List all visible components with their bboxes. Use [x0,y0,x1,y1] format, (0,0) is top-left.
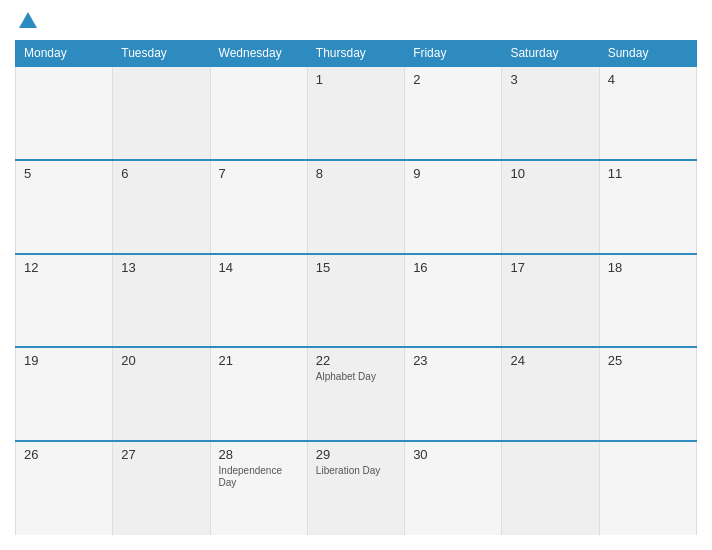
weekday-header-row: MondayTuesdayWednesdayThursdayFridaySatu… [16,41,697,67]
calendar-cell: 12 [16,254,113,348]
logo [15,10,39,32]
day-number: 2 [413,72,493,87]
day-number: 26 [24,447,104,462]
week-row-2: 567891011 [16,160,697,254]
weekday-header-tuesday: Tuesday [113,41,210,67]
calendar-cell: 10 [502,160,599,254]
holiday-name: Liberation Day [316,465,396,477]
calendar-cell: 23 [405,347,502,441]
calendar-cell [113,66,210,160]
day-number: 23 [413,353,493,368]
calendar-cell: 27 [113,441,210,535]
day-number: 1 [316,72,396,87]
day-number: 16 [413,260,493,275]
calendar-cell: 17 [502,254,599,348]
day-number: 19 [24,353,104,368]
day-number: 17 [510,260,590,275]
calendar-cell: 3 [502,66,599,160]
weekday-header-wednesday: Wednesday [210,41,307,67]
calendar-cell: 16 [405,254,502,348]
week-row-3: 12131415161718 [16,254,697,348]
day-number: 18 [608,260,688,275]
week-row-1: 1234 [16,66,697,160]
logo-icon [17,10,39,32]
day-number: 8 [316,166,396,181]
calendar-cell [210,66,307,160]
day-number: 5 [24,166,104,181]
calendar-cell: 15 [307,254,404,348]
day-number: 10 [510,166,590,181]
calendar-header [15,10,697,32]
calendar-cell: 11 [599,160,696,254]
calendar-cell: 29Liberation Day [307,441,404,535]
calendar-cell: 13 [113,254,210,348]
day-number: 7 [219,166,299,181]
day-number: 30 [413,447,493,462]
calendar-cell: 24 [502,347,599,441]
day-number: 11 [608,166,688,181]
calendar-cell: 8 [307,160,404,254]
weekday-header-friday: Friday [405,41,502,67]
day-number: 14 [219,260,299,275]
calendar-cell: 18 [599,254,696,348]
day-number: 24 [510,353,590,368]
day-number: 21 [219,353,299,368]
day-number: 29 [316,447,396,462]
calendar-cell: 19 [16,347,113,441]
calendar-cell: 4 [599,66,696,160]
weekday-header-saturday: Saturday [502,41,599,67]
calendar-cell: 22Alphabet Day [307,347,404,441]
day-number: 28 [219,447,299,462]
day-number: 13 [121,260,201,275]
day-number: 27 [121,447,201,462]
calendar-cell: 20 [113,347,210,441]
svg-marker-0 [19,12,37,28]
calendar-cell: 14 [210,254,307,348]
calendar-cell: 25 [599,347,696,441]
day-number: 15 [316,260,396,275]
calendar-cell: 5 [16,160,113,254]
day-number: 12 [24,260,104,275]
calendar-table: MondayTuesdayWednesdayThursdayFridaySatu… [15,40,697,535]
day-number: 6 [121,166,201,181]
calendar-cell: 1 [307,66,404,160]
calendar-cell: 26 [16,441,113,535]
week-row-5: 262728Independence Day29Liberation Day30 [16,441,697,535]
day-number: 22 [316,353,396,368]
calendar-cell [502,441,599,535]
calendar-container: MondayTuesdayWednesdayThursdayFridaySatu… [0,0,712,550]
calendar-cell: 2 [405,66,502,160]
day-number: 20 [121,353,201,368]
day-number: 9 [413,166,493,181]
day-number: 3 [510,72,590,87]
weekday-header-thursday: Thursday [307,41,404,67]
calendar-cell: 21 [210,347,307,441]
holiday-name: Alphabet Day [316,371,396,383]
calendar-cell: 9 [405,160,502,254]
weekday-header-sunday: Sunday [599,41,696,67]
weekday-header-monday: Monday [16,41,113,67]
week-row-4: 19202122Alphabet Day232425 [16,347,697,441]
calendar-cell: 28Independence Day [210,441,307,535]
calendar-cell: 7 [210,160,307,254]
calendar-cell [16,66,113,160]
day-number: 25 [608,353,688,368]
calendar-cell: 30 [405,441,502,535]
day-number: 4 [608,72,688,87]
holiday-name: Independence Day [219,465,299,489]
calendar-cell [599,441,696,535]
calendar-cell: 6 [113,160,210,254]
